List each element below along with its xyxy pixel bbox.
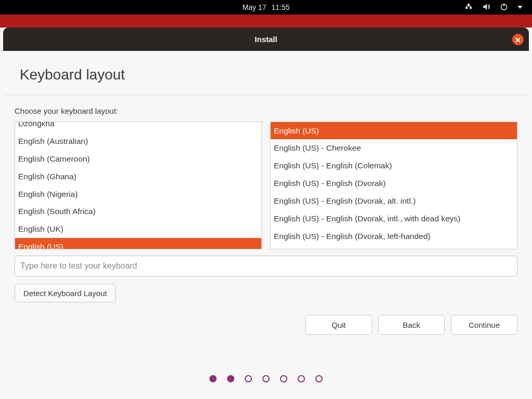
time-text: 11:55 [271, 3, 289, 11]
prompt-text: Choose your keyboard layout: [15, 107, 517, 115]
clock: May 1711:55 [243, 3, 290, 11]
installer-page: Keyboard layout Choose your keyboard lay… [3, 51, 529, 399]
system-top-bar: May 1711:55 [0, 0, 532, 15]
svg-rect-6 [471, 6, 471, 7]
nav-buttons: Quit Back Continue [305, 315, 517, 335]
list-item[interactable]: English (US) - English (Colemak) [271, 157, 517, 175]
progress-dot [245, 375, 252, 382]
list-item[interactable]: English (US) - Cherokee [271, 139, 517, 157]
page-title: Keyboard layout [3, 51, 529, 95]
chevron-down-icon[interactable] [517, 3, 523, 11]
titlebar: Install [3, 28, 529, 51]
keyboard-variant-list[interactable]: English (US)English (US) - CherokeeEngli… [270, 122, 517, 249]
svg-rect-1 [470, 7, 472, 9]
content-area: Choose your keyboard layout: DzongkhaEng… [3, 95, 529, 302]
list-item[interactable]: English (US) - English (Dvorak, left-han… [271, 228, 517, 245]
svg-rect-0 [466, 7, 468, 9]
svg-rect-2 [468, 4, 470, 6]
date-text: May 17 [243, 3, 267, 11]
list-item[interactable]: English (US) - English (Dvorak) [271, 175, 517, 192]
list-item[interactable]: English (Nigeria) [15, 185, 261, 203]
svg-marker-10 [517, 6, 523, 9]
network-icon[interactable] [464, 3, 473, 12]
close-icon [515, 35, 521, 44]
progress-dot [298, 375, 305, 382]
progress-dot [315, 375, 323, 382]
volume-icon[interactable] [482, 3, 490, 12]
detect-keyboard-button[interactable]: Detect Keyboard Layout [15, 284, 116, 302]
list-item[interactable]: English (US) [15, 238, 261, 249]
progress-dot [262, 375, 270, 382]
list-item[interactable]: English (US) - English (Dvorak, intl., w… [271, 210, 517, 228]
list-item[interactable]: English (South Africa) [15, 203, 261, 220]
list-item[interactable]: English (US) [271, 122, 517, 139]
keyboard-test-input[interactable] [15, 256, 517, 276]
progress-dot [280, 375, 287, 382]
keyboard-layout-list[interactable]: DzongkhaEnglish (Australian)English (Cam… [15, 122, 262, 249]
system-tray [464, 0, 523, 15]
list-item[interactable]: Dzongkha [15, 122, 261, 132]
list-item[interactable]: English (US) - English (Dvorak, alt. int… [271, 192, 517, 210]
svg-rect-4 [467, 6, 471, 6]
window-title: Install [255, 35, 277, 44]
power-icon[interactable] [500, 3, 508, 12]
svg-rect-5 [467, 6, 467, 7]
close-button[interactable] [512, 34, 524, 45]
list-item[interactable]: English (Cameroon) [15, 150, 261, 168]
back-button[interactable]: Back [378, 315, 445, 335]
list-item[interactable]: English (Australian) [15, 132, 261, 150]
progress-dot [227, 375, 234, 382]
list-item[interactable]: English (UK) [15, 220, 261, 238]
layout-lists: DzongkhaEnglish (Australian)English (Cam… [15, 122, 517, 249]
svg-marker-7 [483, 4, 487, 10]
svg-rect-9 [503, 3, 504, 6]
list-item[interactable]: English (US) - English (Dvorak, right-ha… [271, 245, 517, 249]
list-item[interactable]: English (Ghana) [15, 168, 261, 185]
quit-button[interactable]: Quit [305, 315, 372, 335]
window-chrome-strip [0, 15, 532, 28]
progress-dot [209, 375, 217, 382]
continue-button[interactable]: Continue [451, 315, 517, 335]
progress-dots [3, 375, 529, 382]
